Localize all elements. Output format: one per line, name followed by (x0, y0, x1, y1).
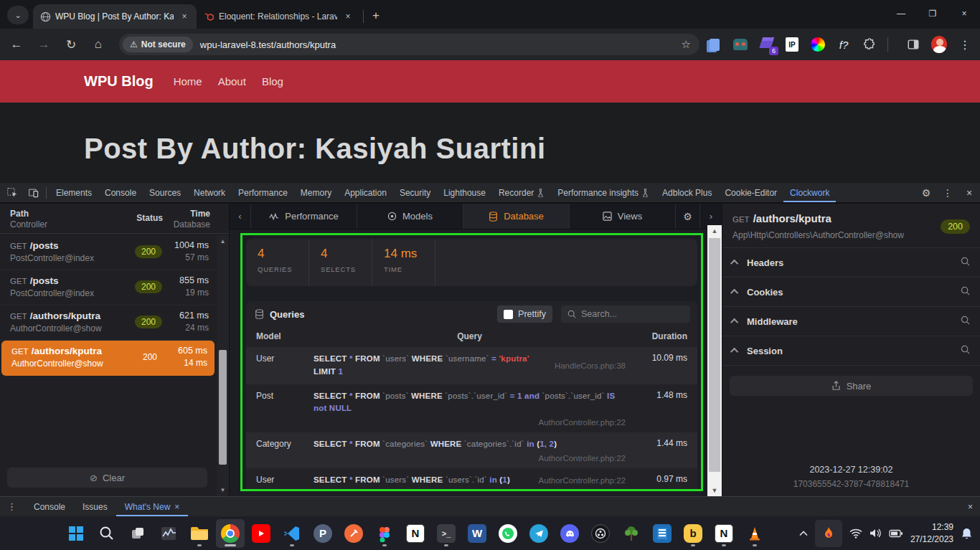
browser-tab-2[interactable]: Eloquent: Relationships - Larave × (197, 4, 360, 29)
site-brand[interactable]: WPU Blog (84, 73, 154, 90)
devtools-menu-icon[interactable]: ⋮ (938, 185, 957, 201)
notification-bell-icon[interactable] (961, 527, 973, 540)
vscode-icon[interactable] (278, 519, 306, 548)
notion-icon[interactable]: N (401, 519, 430, 548)
wallpaper-engine-icon[interactable] (815, 520, 842, 547)
scroll-up-icon[interactable]: ▲ (707, 227, 722, 234)
notes-app-icon[interactable] (648, 519, 677, 548)
clear-button[interactable]: ⊘ Clear (7, 468, 207, 488)
youtube-icon[interactable] (247, 519, 275, 548)
request-row[interactable]: GET/posts PostController@index 200 1004 … (0, 235, 216, 270)
devtools-tab-clockwork[interactable]: Clockwork (783, 183, 836, 202)
scrollbar-thumb[interactable] (709, 238, 720, 472)
devtools-tab-application[interactable]: Application (338, 183, 393, 202)
section-session[interactable]: Session (722, 336, 980, 366)
search-icon[interactable] (93, 519, 121, 548)
yellow-b-icon[interactable]: b (679, 519, 707, 548)
drawer-tab-issues[interactable]: Issues (74, 497, 116, 516)
devtools-tab-elements[interactable]: Elements (50, 183, 98, 202)
terminal-icon[interactable]: >_ (432, 519, 461, 548)
tray-chevron-up-icon[interactable] (799, 531, 808, 536)
devtools-settings-icon[interactable]: ⚙ (917, 185, 936, 201)
devtools-tab-performance-insights[interactable]: Performance insights (551, 183, 656, 202)
layers-extension-icon[interactable]: 6 (758, 37, 774, 52)
scroll-down-icon[interactable]: ▼ (217, 487, 229, 493)
search-icon[interactable] (961, 315, 970, 328)
taskbar-clock[interactable]: 12:39 27/12/2023 (910, 521, 953, 544)
devtools-tab-security[interactable]: Security (393, 183, 437, 202)
scrollbar-thumb[interactable] (219, 350, 227, 465)
adblock-robot-extension-icon[interactable] (732, 37, 748, 52)
discord-icon[interactable] (555, 519, 584, 548)
fq-extension-icon[interactable]: f? (836, 37, 852, 52)
address-bar[interactable]: ⚠ Not secure wpu-laravel-8.test/authors/… (119, 34, 699, 55)
devtools-tab-sources[interactable]: Sources (143, 183, 187, 202)
devtools-tab-performance[interactable]: Performance (232, 183, 294, 202)
nav-link-home[interactable]: Home (174, 75, 202, 87)
word-icon[interactable]: W (463, 519, 491, 548)
color-wheel-extension-icon[interactable] (810, 37, 826, 52)
not-secure-chip[interactable]: ⚠ Not secure (123, 37, 193, 52)
side-panel-icon[interactable] (905, 37, 921, 52)
tab-close-icon[interactable]: × (174, 502, 179, 512)
drawer-tab-whats-new[interactable]: What's New× (116, 497, 189, 516)
sidebar-scrollbar[interactable]: ▲ ▼ (217, 235, 229, 496)
bookmark-star-icon[interactable]: ☆ (682, 38, 691, 51)
clockwork-tab-models[interactable]: Models (357, 204, 463, 229)
forward-icon[interactable]: → (33, 34, 55, 55)
section-headers[interactable]: Headers (722, 248, 980, 278)
device-toolbar-icon[interactable] (24, 185, 43, 201)
browser-tab-1[interactable]: WPU Blog | Post By Author: Kas × (33, 4, 197, 29)
scroll-up-icon[interactable]: ▲ (217, 238, 229, 245)
url-text[interactable]: wpu-laravel-8.test/authors/kputra (200, 39, 682, 50)
tabs-scroll-left-icon[interactable]: ‹ (230, 204, 251, 229)
ip-extension-icon[interactable]: IP (784, 37, 800, 52)
section-cookies[interactable]: Cookies (722, 278, 980, 307)
share-button[interactable]: Share (730, 376, 973, 396)
whatsapp-icon[interactable] (494, 519, 522, 548)
tree-app-icon[interactable] (617, 519, 646, 548)
file-explorer-icon[interactable] (185, 519, 214, 548)
notion-2-icon[interactable]: N (710, 519, 738, 548)
drawer-tab-console[interactable]: Console (25, 497, 74, 516)
telegram-icon[interactable] (524, 519, 553, 548)
request-row[interactable]: GET/posts PostController@index 200 855 m… (0, 270, 216, 305)
browser-menu-icon[interactable]: ⋮ (957, 37, 973, 52)
nav-link-blog[interactable]: Blog (262, 75, 283, 87)
devtools-close-icon[interactable]: × (960, 185, 979, 201)
tab-close-icon[interactable]: × (178, 10, 191, 23)
postgresql-icon[interactable]: P (308, 519, 337, 548)
search-icon[interactable] (961, 285, 970, 298)
vlc-icon[interactable] (740, 519, 769, 548)
reload-icon[interactable]: ↻ (60, 34, 82, 55)
nav-link-about[interactable]: About (218, 75, 246, 87)
scroll-down-icon[interactable]: ▼ (707, 487, 722, 494)
devtools-tab-console[interactable]: Console (98, 183, 143, 202)
close-window-button[interactable]: × (948, 0, 980, 27)
back-icon[interactable]: ← (6, 34, 27, 55)
devtools-tab-lighthouse[interactable]: Lighthouse (437, 183, 492, 202)
obs-icon[interactable] (586, 519, 615, 548)
tab-close-icon[interactable]: × (341, 10, 354, 23)
devtools-tab-adblock-plus[interactable]: Adblock Plus (656, 183, 718, 202)
tab-search-button[interactable]: ⌄ (7, 6, 29, 24)
search-icon[interactable] (961, 256, 970, 269)
home-icon[interactable]: ⌂ (88, 34, 109, 55)
task-manager-icon[interactable] (154, 519, 183, 548)
section-middleware[interactable]: Middleware (722, 307, 980, 336)
figma-icon[interactable] (370, 519, 399, 548)
devtools-tab-memory[interactable]: Memory (294, 183, 338, 202)
main-scrollbar[interactable]: ▲ ▼ (707, 225, 722, 496)
profile-avatar[interactable] (931, 37, 947, 52)
wifi-icon[interactable] (849, 528, 862, 539)
clockwork-tab-views[interactable]: Views (570, 204, 676, 229)
task-view-icon[interactable] (123, 519, 152, 548)
copy-pages-extension-icon[interactable] (707, 37, 722, 52)
new-tab-button[interactable]: + (367, 6, 385, 25)
request-row[interactable]: GET/authors/kputra AuthorController@show… (0, 305, 216, 341)
maximize-button[interactable]: ❐ (917, 0, 948, 27)
postman-icon[interactable] (339, 519, 368, 548)
extensions-puzzle-icon[interactable] (862, 37, 877, 52)
devtools-tab-recorder[interactable]: Recorder (492, 183, 551, 202)
devtools-tab-cookie-editor[interactable]: Cookie-Editor (718, 183, 783, 202)
